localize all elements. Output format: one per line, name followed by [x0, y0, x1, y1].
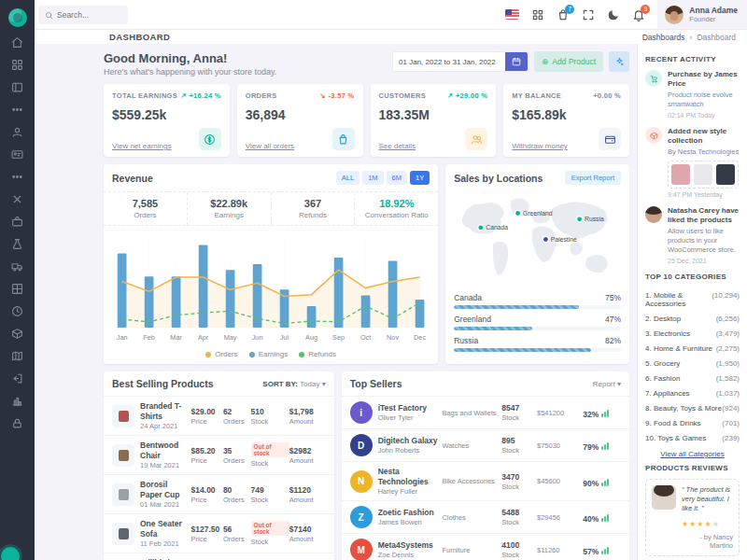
app-logo-icon[interactable]	[8, 8, 27, 27]
recent-activity-heading: RECENT ACTIVITY	[645, 55, 740, 63]
exit-icon[interactable]	[11, 372, 23, 385]
seller-stock: 3470Stock	[501, 472, 537, 492]
fullscreen-icon[interactable]	[582, 8, 595, 21]
product-date: 11 Feb 2021	[140, 539, 191, 549]
top-seller-row: NNesta TechnologiesHarley FullerBike Acc…	[342, 461, 629, 500]
map-icon[interactable]	[11, 350, 23, 362]
us-flag-icon[interactable]	[505, 9, 519, 20]
svg-text:Oct: Oct	[360, 333, 371, 342]
stat-link[interactable]: See details	[379, 142, 416, 150]
clock-icon[interactable]	[11, 305, 23, 317]
stat-delta: +0.00 %	[593, 91, 621, 100]
cell-label: Amount	[289, 417, 326, 427]
product-thumbnail	[112, 405, 134, 427]
dots-icon[interactable]	[11, 171, 23, 183]
user-icon[interactable]	[11, 126, 23, 138]
activity-item: Purchase by James PriceProduct noise evo…	[645, 70, 740, 119]
cell-label: Orders	[223, 535, 251, 544]
dots-icon[interactable]	[11, 104, 23, 116]
stat-value: 36,894	[246, 107, 355, 122]
country-bar-fill	[454, 348, 591, 352]
svg-text:Mar: Mar	[170, 333, 182, 342]
seller-amount: $541200	[537, 409, 583, 418]
category-name: 3. Electronics	[645, 329, 690, 338]
category-row: 6. Fashion(1,582)	[645, 371, 740, 385]
cell-value: $127.50	[191, 525, 223, 535]
view-all-categories-link[interactable]: View all Categories	[645, 450, 740, 458]
add-product-button[interactable]: ⊕ Add Product	[534, 51, 603, 72]
stat-label: CUSTOMERS	[379, 91, 426, 100]
apps-grid-icon[interactable]	[531, 8, 544, 21]
kpi-label: Earnings	[188, 211, 271, 219]
kpi-value: $22.89k	[188, 198, 271, 209]
dark-mode-icon[interactable]	[607, 8, 620, 21]
search-box[interactable]	[38, 6, 128, 24]
export-report-button[interactable]: Export Report	[565, 171, 621, 185]
country-percent: 75%	[605, 293, 621, 302]
notifications-icon[interactable]: 3	[632, 8, 645, 21]
activity-thumbnails	[668, 161, 739, 189]
activity-item: Added new style collectionBy Nesta Techn…	[645, 127, 740, 198]
revenue-filter-6m[interactable]: 6M	[387, 171, 407, 185]
truck-icon[interactable]	[11, 260, 23, 273]
briefcase-icon[interactable]	[11, 216, 23, 228]
users-icon	[465, 128, 487, 150]
country-row-greenland: Greenland47%	[454, 315, 621, 330]
lock-icon[interactable]	[11, 417, 23, 429]
stat-link[interactable]: View net earnings	[112, 142, 171, 150]
legend-item-refunds[interactable]: Refunds	[299, 350, 336, 358]
flask-icon[interactable]	[11, 238, 23, 250]
cell-label: Stock	[251, 417, 289, 427]
report-dropdown[interactable]: Report ▾	[593, 380, 621, 388]
stat-link[interactable]: View all orders	[246, 142, 294, 150]
calendar-button[interactable]	[505, 52, 528, 71]
revenue-filter-1m[interactable]: 1M	[362, 171, 383, 185]
shuffle-button[interactable]	[609, 51, 629, 72]
user-name: Anna Adame	[689, 6, 738, 15]
support-fab[interactable]	[1, 547, 20, 560]
category-name: 2. Desktop	[645, 315, 681, 323]
legend-dot	[205, 352, 211, 357]
country-percent: 82%	[605, 336, 621, 345]
cross-icon[interactable]	[11, 193, 23, 205]
date-range-input[interactable]	[393, 52, 505, 71]
page-title: DASHBOARD	[109, 32, 170, 42]
card-icon[interactable]	[11, 148, 23, 161]
country-bar-fill	[454, 327, 532, 330]
cell-value: $1,798	[289, 407, 326, 417]
stat-link[interactable]: Withdraw money	[512, 142, 568, 150]
apps-icon[interactable]	[11, 59, 23, 71]
svg-text:Russia: Russia	[585, 216, 604, 222]
product-review-card: “ The product is very beautiful. I like …	[645, 479, 740, 556]
activity-text: Allow users to like products in your Woo…	[668, 227, 740, 255]
search-input[interactable]	[57, 10, 122, 20]
sales-by-locations-card: Sales by Locations Export Report CanadaG…	[445, 164, 629, 364]
locations-title: Sales by Locations	[454, 173, 543, 184]
legend-item-orders[interactable]: Orders	[205, 350, 237, 358]
products-reviews-list: “ The product is very beautiful. I like …	[645, 479, 740, 560]
legend-item-earnings[interactable]: Earnings	[249, 350, 289, 358]
chart-icon[interactable]	[11, 395, 23, 407]
revenue-filter-1y[interactable]: 1Y	[410, 171, 430, 185]
breadcrumb-dashboards[interactable]: Dashboards	[642, 33, 685, 42]
seller-logo: M	[350, 539, 373, 560]
user-menu[interactable]: Anna Adame Founder	[657, 0, 747, 29]
sort-by-dropdown[interactable]: Today ▾	[300, 380, 326, 388]
category-count: (239)	[722, 434, 740, 442]
home-icon[interactable]	[11, 36, 23, 49]
cell-amount: $1120Amount	[289, 485, 326, 505]
product-date: 01 Mar 2021	[140, 500, 191, 510]
cell-orders: 56Orders	[223, 525, 251, 544]
shopping-bag-icon[interactable]: 7	[557, 8, 570, 21]
box-icon[interactable]	[11, 328, 23, 340]
country-bar	[454, 305, 621, 309]
category-row: 5. Grocery(1,950)	[645, 356, 740, 371]
cell-value: 510	[251, 407, 289, 417]
cell-price: $14.00Price	[191, 485, 223, 505]
seller-company: Digitech Galaxy	[378, 436, 438, 446]
category-count: (1,950)	[716, 359, 740, 368]
bag-icon	[332, 128, 355, 150]
grid-icon[interactable]	[11, 283, 23, 295]
revenue-filter-all[interactable]: ALL	[336, 171, 359, 185]
layout-icon[interactable]	[11, 81, 23, 93]
